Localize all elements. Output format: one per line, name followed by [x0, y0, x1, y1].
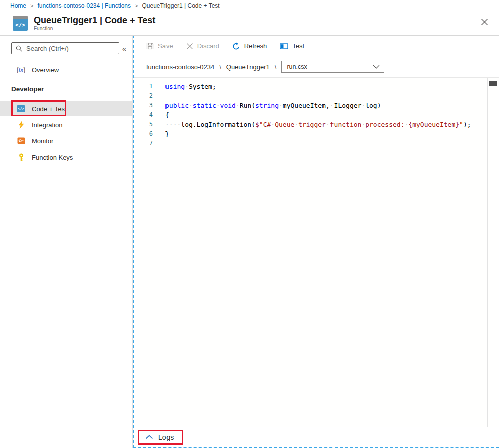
azure-portal-window: Home > functions-contoso-0234 | Function…	[0, 0, 499, 448]
file-path-function-name: QueueTrigger1	[226, 63, 270, 71]
save-button[interactable]: Save	[146, 42, 173, 50]
page-subtitle: Function	[34, 26, 155, 31]
sidebar-item-monitor[interactable]: Monitor	[0, 133, 132, 148]
code-line-content	[163, 139, 488, 148]
code-line-content: public·static·void·Run(string·myQueueIte…	[163, 101, 488, 110]
code-editor[interactable]: 1using·System;23public·static·void·Run(s…	[134, 78, 499, 427]
line-number: 6	[134, 129, 153, 139]
sidebar-divider	[0, 98, 132, 98]
annotation-highlight-box: Logs	[138, 430, 183, 445]
code-line[interactable]: 6}	[134, 129, 499, 139]
sidebar-item-label: Integration	[32, 121, 62, 129]
line-number: 2	[134, 91, 153, 101]
page-header: </> QueueTrigger1 | Code + Test Function	[0, 11, 499, 36]
line-number: 5	[134, 120, 153, 129]
chevron-down-icon	[373, 65, 380, 69]
sidebar-section-developer: Developer	[0, 78, 132, 98]
sidebar-item-label: Monitor	[32, 137, 53, 145]
discard-icon	[186, 43, 193, 50]
code-line-content: using·System;	[163, 82, 488, 91]
page-title: QueueTrigger1 | Code + Test	[34, 15, 155, 25]
logs-bar: Logs	[134, 427, 499, 447]
code-line[interactable]: 1using·System;	[134, 82, 499, 91]
close-button[interactable]	[479, 16, 490, 27]
close-icon	[481, 18, 488, 26]
chevron-up-icon	[145, 435, 153, 439]
file-path-separator: \	[275, 63, 277, 71]
code-line-content	[163, 91, 488, 101]
code-test-panel: Save Discard Refresh	[133, 35, 499, 448]
collapse-sidebar-button[interactable]: «	[119, 44, 129, 53]
file-select-dropdown[interactable]: run.csx	[281, 61, 384, 73]
logs-toggle-button[interactable]: Logs	[145, 433, 174, 441]
code-lines: 1using·System;23public·static·void·Run(s…	[134, 82, 499, 148]
breadcrumb: Home > functions-contoso-0234 | Function…	[0, 0, 499, 11]
editor-overview-ruler	[487, 78, 488, 427]
code-line[interactable]: 3public·static·void·Run(string·myQueueIt…	[134, 101, 499, 110]
integration-icon	[17, 121, 25, 129]
breadcrumb-separator-icon: >	[135, 3, 138, 9]
refresh-icon	[232, 42, 240, 50]
test-button[interactable]: Test	[280, 42, 304, 50]
overview-icon: {fx}	[17, 66, 25, 73]
file-path-app-name: functions-contoso-0234	[146, 63, 214, 71]
function-keys-icon	[17, 153, 25, 161]
code-line[interactable]: 7	[134, 139, 499, 148]
breadcrumb-functions-link[interactable]: functions-contoso-0234 | Functions	[37, 2, 131, 9]
sidebar-item-label: Code + Test	[32, 105, 67, 113]
sidebar-item-code-test[interactable]: </> Code + Test	[0, 101, 132, 116]
selected-file-name: run.csx	[287, 63, 307, 70]
code-line-content: {	[163, 110, 488, 120]
breadcrumb-separator-icon: >	[30, 3, 33, 9]
code-line[interactable]: 4{	[134, 110, 499, 120]
sidebar-item-integration[interactable]: Integration	[0, 117, 132, 132]
line-number: 4	[134, 110, 153, 120]
code-line-content: ····log.LogInformation($"C#·Queue·trigge…	[163, 120, 488, 129]
refresh-button[interactable]: Refresh	[232, 42, 267, 50]
line-number: 1	[134, 82, 153, 91]
discard-button[interactable]: Discard	[186, 42, 219, 50]
breadcrumb-current-page: QueueTrigger1 | Code + Test	[142, 2, 219, 9]
function-app-icon: </>	[13, 16, 28, 31]
monitor-icon	[17, 137, 25, 145]
code-line-content: }	[163, 129, 488, 139]
search-box	[11, 42, 119, 54]
scrollbar-thumb[interactable]	[489, 81, 497, 86]
sidebar-nav: {fx} Overview Developer </> Code + Test	[0, 62, 132, 165]
line-number: 3	[134, 101, 153, 110]
code-line[interactable]: 2	[134, 91, 499, 101]
sidebar-item-label: Function Keys	[32, 154, 73, 161]
sidebar-item-overview[interactable]: {fx} Overview	[0, 62, 132, 77]
file-path-bar: functions-contoso-0234 \ QueueTrigger1 \…	[134, 56, 499, 78]
file-path-separator: \	[219, 63, 221, 71]
code-test-icon: </>	[17, 105, 25, 112]
search-input[interactable]	[26, 45, 116, 52]
toolbar: Save Discard Refresh	[134, 36, 499, 56]
sidebar: « {fx} Overview Developer </> Code + Tes…	[0, 36, 133, 448]
line-number: 7	[134, 139, 153, 148]
code-line[interactable]: 5····log.LogInformation($"C#·Queue·trigg…	[134, 120, 499, 129]
test-icon	[280, 43, 288, 50]
search-icon	[16, 45, 22, 52]
breadcrumb-home-link[interactable]: Home	[10, 2, 26, 9]
sidebar-item-label: Overview	[32, 66, 59, 74]
save-icon	[146, 42, 154, 50]
sidebar-item-function-keys[interactable]: Function Keys	[0, 150, 132, 165]
